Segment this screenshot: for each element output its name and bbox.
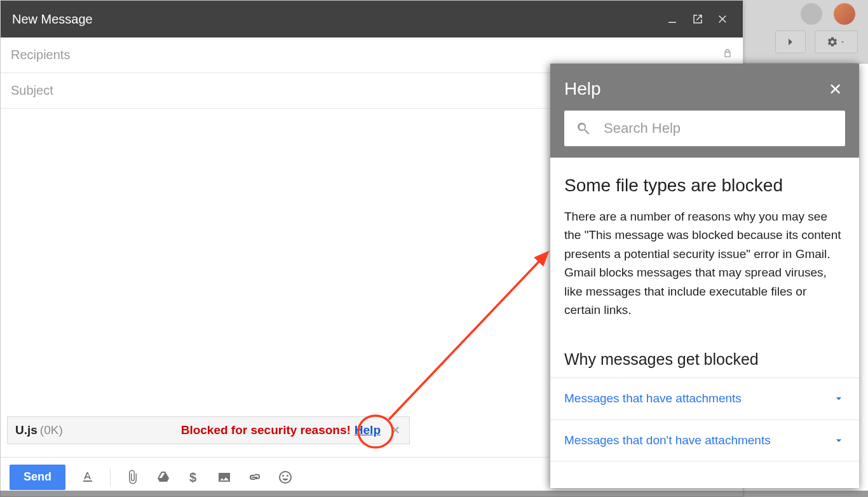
compose-titlebar[interactable]: New Message [1, 1, 743, 37]
close-icon[interactable] [715, 11, 731, 27]
accordion-label: Messages that don't have attachments [564, 433, 832, 447]
emoji-icon[interactable] [277, 469, 294, 486]
help-title: Help [564, 79, 827, 99]
send-button[interactable]: Send [10, 465, 65, 490]
accordion-label: Messages that have attachments [564, 391, 832, 405]
bottom-shadow [0, 491, 868, 497]
link-icon[interactable] [247, 469, 263, 486]
accordion-item[interactable]: Messages that have attachments [550, 378, 859, 419]
avatar [834, 3, 855, 25]
lock-icon[interactable] [722, 48, 733, 62]
popout-icon[interactable] [689, 11, 706, 27]
chevron-down-icon [832, 392, 845, 405]
chevron-down-icon [832, 434, 845, 447]
help-content: Some file types are blocked There are a … [550, 158, 859, 488]
formatting-icon[interactable] [79, 469, 96, 486]
photo-icon[interactable] [216, 469, 233, 486]
attachment-blocked-text: Blocked for security reasons! [181, 423, 351, 437]
accordion-item[interactable]: Messages that don't have attachments [550, 419, 859, 461]
money-icon[interactable]: $ [186, 469, 202, 486]
minimize-icon[interactable] [664, 11, 681, 27]
help-panel: Help Some file types are blocked There a… [550, 64, 859, 488]
help-search[interactable] [564, 111, 845, 146]
svg-rect-0 [668, 22, 676, 24]
help-search-input[interactable] [604, 120, 834, 137]
separator [110, 468, 111, 486]
compose-title: New Message [12, 12, 93, 27]
help-section-heading: Why messages get blocked [564, 350, 845, 369]
attach-icon[interactable] [125, 469, 141, 486]
attachment-file-name: U.js [15, 423, 37, 437]
background-topbar [743, 0, 868, 64]
nav-forward-button[interactable] [775, 31, 806, 53]
close-icon[interactable] [827, 80, 845, 98]
svg-text:$: $ [189, 470, 196, 484]
help-article-body: There are a number of reasons why you ma… [564, 207, 845, 320]
drive-icon[interactable] [155, 469, 172, 486]
subject-placeholder: Subject [11, 83, 53, 98]
attachment-chip: U.js (0K) Blocked for security reasons! … [7, 416, 410, 444]
search-icon [576, 121, 591, 136]
attachment-remove-icon[interactable]: ✕ [388, 423, 403, 437]
attachment-file-size: (0K) [40, 423, 63, 437]
avatar [801, 3, 822, 25]
settings-button[interactable] [815, 31, 858, 53]
help-article-heading: Some file types are blocked [564, 175, 845, 196]
recipients-placeholder: Recipients [11, 48, 70, 62]
attachment-help-link[interactable]: Help [355, 423, 381, 437]
help-header: Help [550, 64, 859, 158]
